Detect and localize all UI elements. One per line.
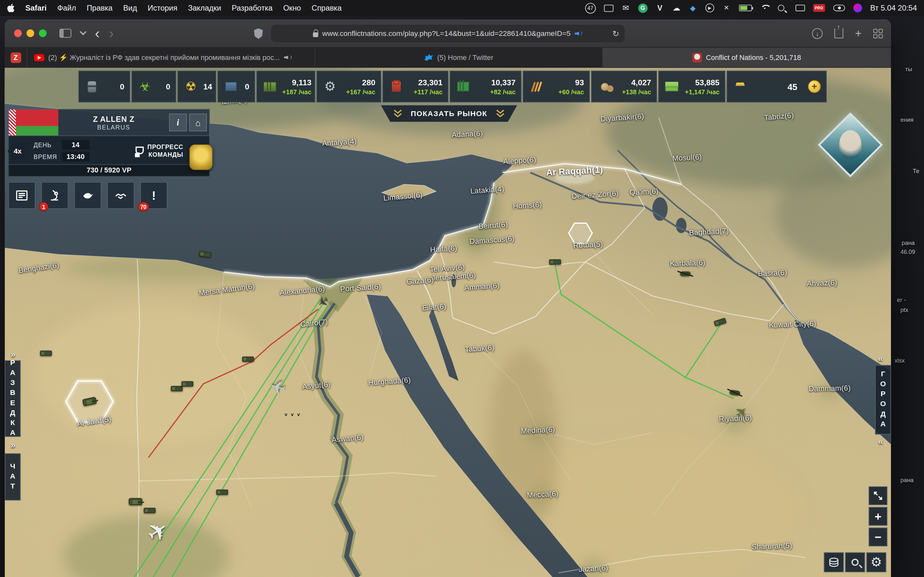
mail-icon[interactable]	[622, 3, 630, 13]
flag-pro-icon[interactable]: PRO	[813, 4, 825, 12]
chevron-down-icon[interactable]	[80, 28, 87, 35]
zoom-out-button[interactable]: −	[869, 528, 887, 546]
unit-tank[interactable]	[82, 396, 97, 406]
settings-button[interactable]	[866, 552, 886, 572]
sidebar-toggle-icon[interactable]	[60, 29, 71, 38]
right-panel-chevron-icon[interactable]: «	[878, 436, 883, 446]
grammarly-icon[interactable]: G	[638, 3, 648, 13]
display-icon[interactable]	[604, 3, 613, 13]
unit-birds[interactable]: v v v	[284, 412, 301, 417]
audio-playing-icon[interactable]	[575, 30, 583, 37]
coalition-button[interactable]	[107, 182, 134, 209]
back-button[interactable]: ‹	[95, 27, 100, 39]
resource-money[interactable]: 53,885+1,147 /час	[658, 71, 725, 102]
cloud-icon[interactable]	[672, 3, 680, 13]
unit-truck[interactable]	[182, 381, 194, 387]
left-panel-chevron-icon[interactable]: »	[11, 349, 15, 359]
menu-help[interactable]: Справка	[312, 3, 342, 13]
address-bar[interactable]: www.conflictnations.com/play.php?L=14&bu…	[271, 25, 625, 42]
diplomacy-button[interactable]	[74, 182, 101, 209]
privacy-shield-icon[interactable]	[254, 28, 263, 39]
info-button[interactable]: i	[169, 113, 187, 131]
left-panel-chevron-icon[interactable]: »	[11, 440, 15, 450]
menu-history[interactable]: История	[148, 3, 178, 13]
tab-audio-icon[interactable]	[284, 54, 292, 61]
zoom-in-button[interactable]: +	[869, 507, 887, 526]
downloads-icon[interactable]: ↓	[812, 28, 822, 39]
commander-portrait[interactable]	[816, 110, 885, 179]
unit-truck[interactable]	[242, 356, 254, 362]
map-layers-button[interactable]	[824, 552, 844, 572]
resource-gold[interactable]: 45 +	[727, 71, 827, 102]
resource-supplies[interactable]: 9,113+187 /час	[256, 71, 315, 102]
menu-view[interactable]: Вид	[123, 3, 137, 13]
resource-uranium[interactable]: 0	[78, 71, 130, 102]
tool-icon[interactable]: ✕	[722, 3, 730, 13]
unit-truck[interactable]	[216, 490, 228, 495]
rank-laurel-icon[interactable]	[189, 144, 213, 170]
map-search-button[interactable]	[845, 552, 865, 572]
home-button[interactable]: ⌂	[189, 113, 207, 131]
resource-fuel[interactable]: 23,301+117 /час	[383, 71, 449, 102]
unit-plane[interactable]: ✈	[268, 376, 288, 398]
reload-icon[interactable]: ↻	[612, 29, 620, 38]
resource-fuel-rods[interactable]: 93+60 /час	[523, 71, 590, 102]
menu-develop[interactable]: Разработка	[232, 3, 272, 13]
notification-count-icon[interactable]: 47	[585, 3, 596, 13]
resource-components[interactable]: 280+167 /час	[317, 71, 381, 102]
tab-overview-icon[interactable]	[873, 29, 883, 38]
v-app-icon[interactable]: V	[656, 3, 664, 13]
diamond-app-icon[interactable]: ◆	[689, 3, 697, 13]
alerts-button[interactable]: ! 70	[140, 182, 167, 209]
resource-crates[interactable]: 0	[218, 71, 255, 102]
new-tab-icon[interactable]: +	[855, 27, 861, 40]
forward-button[interactable]: ›	[109, 27, 114, 39]
menu-app-name[interactable]: Safari	[25, 3, 47, 13]
research-button[interactable]: 1	[41, 182, 68, 209]
recon-side-tab[interactable]: РАЗВЕДКА	[5, 360, 21, 437]
play-icon[interactable]: ▶	[705, 3, 714, 13]
newspaper-button[interactable]	[8, 182, 35, 209]
resource-electronics[interactable]: 10,337+82 /час	[449, 71, 521, 102]
unit-plane[interactable]: ✈	[315, 293, 331, 310]
menu-bookmarks[interactable]: Закладки	[188, 3, 221, 13]
show-market-button[interactable]: ПОКАЗАТЬ РЫНОК	[381, 105, 517, 122]
unit-heli[interactable]	[680, 271, 691, 276]
menu-file[interactable]: Файл	[57, 3, 76, 13]
share-icon[interactable]	[835, 28, 843, 38]
unit-truck[interactable]	[199, 251, 212, 258]
unit-truck[interactable]	[171, 386, 183, 392]
spotlight-icon[interactable]	[778, 3, 787, 13]
keyboard-icon[interactable]	[795, 5, 804, 11]
unit-truck[interactable]	[40, 351, 52, 356]
resource-warheads[interactable]: 14	[178, 71, 216, 102]
fullscreen-window-button[interactable]	[39, 29, 47, 37]
user-avatar-icon[interactable]	[853, 3, 862, 13]
pinned-tab[interactable]: Z	[5, 48, 27, 67]
minimize-window-button[interactable]	[27, 29, 34, 37]
resource-rare-materials[interactable]: 4,027+138 /час	[591, 71, 657, 102]
chat-side-tab[interactable]: ЧАТ	[5, 453, 21, 500]
unit-plane[interactable]: ✈	[142, 516, 174, 548]
fit-view-button[interactable]	[869, 486, 887, 505]
resource-biohazard[interactable]: 0	[132, 71, 176, 102]
buy-gold-button[interactable]: +	[808, 80, 821, 93]
close-window-button[interactable]	[14, 29, 22, 37]
cities-side-tab[interactable]: ГОРОДА	[875, 365, 891, 435]
tab-twitter[interactable]: (5) Home / Twitter	[315, 48, 603, 67]
wifi-icon[interactable]	[760, 5, 769, 11]
right-panel-chevron-icon[interactable]: «	[878, 353, 883, 363]
tab-conflict-of-nations[interactable]: Conflict of Nations - 5,201,718	[603, 48, 891, 67]
unit-truck[interactable]	[144, 508, 156, 513]
unit-heli[interactable]	[729, 390, 740, 396]
battery-icon[interactable]	[739, 5, 752, 11]
unit-truck[interactable]	[714, 318, 726, 326]
menu-edit[interactable]: Правка	[87, 3, 113, 13]
unit-tank[interactable]	[129, 498, 142, 505]
menu-bar-clock[interactable]: Вт 5.04 20:54	[870, 3, 917, 13]
menu-window[interactable]: Окно	[283, 3, 301, 13]
control-center-icon[interactable]	[833, 5, 845, 11]
tab-youtube[interactable]: (2) ⚡ Журналіст із РФ здав секретні прий…	[27, 48, 315, 67]
apple-menu[interactable]	[7, 3, 15, 13]
unit-truck[interactable]	[549, 259, 561, 265]
